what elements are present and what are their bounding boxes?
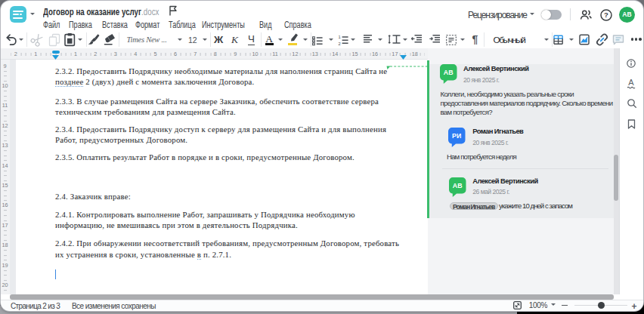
svg-text:АВ: АВ — [452, 181, 462, 189]
svg-text:2: 2 — [338, 41, 340, 45]
svg-text:1: 1 — [338, 35, 340, 39]
svg-text:?: ? — [604, 11, 608, 19]
svg-text:АВ: АВ — [444, 69, 454, 76]
svg-text:РИ: РИ — [452, 132, 461, 140]
svg-text:А: А — [628, 78, 634, 87]
